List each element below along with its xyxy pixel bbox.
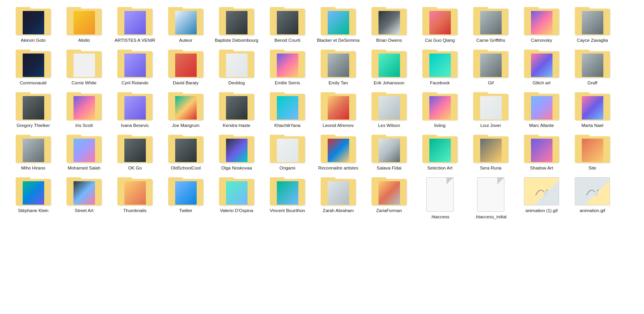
- list-item[interactable]: Twitter: [160, 174, 211, 223]
- list-item[interactable]: Shadow Art: [516, 132, 567, 174]
- svg-point-0: [544, 191, 547, 196]
- list-item[interactable]: Corrie White: [59, 46, 109, 89]
- folder-preview: [531, 139, 553, 162]
- list-item[interactable]: Street Art: [59, 174, 109, 223]
- list-item[interactable]: Iris Scott: [59, 89, 109, 132]
- folder-icon: [219, 50, 254, 78]
- list-item[interactable]: OldSchoolCool: [160, 132, 211, 174]
- list-item[interactable]: Benoit Courti: [262, 4, 313, 46]
- list-item[interactable]: .htaccess: [414, 174, 465, 223]
- list-item[interactable]: Vincent Bourilhon: [262, 174, 313, 223]
- list-item[interactable]: animation (1).gif: [516, 174, 567, 223]
- list-item[interactable]: ARTISTES A VENIR: [109, 4, 160, 46]
- file-icon: [426, 177, 454, 212]
- item-label: Sera Runa: [480, 165, 502, 171]
- folder-icon: [117, 135, 152, 163]
- list-item[interactable]: Joe Mangrum: [160, 89, 211, 132]
- folder-preview: [124, 181, 146, 205]
- folder-icon: [168, 92, 203, 120]
- item-label: Benoit Courti: [274, 37, 300, 43]
- list-item[interactable]: Brian Owens: [364, 4, 414, 46]
- list-item[interactable]: Cyril Rolando: [109, 46, 160, 89]
- list-item[interactable]: Glitch art: [516, 46, 567, 89]
- list-item[interactable]: Zarah Abraham: [313, 174, 364, 223]
- folder-icon: [66, 177, 102, 205]
- list-item[interactable]: Marc Allante: [516, 89, 567, 132]
- folder-icon: [575, 92, 610, 120]
- folder-preview: [480, 11, 502, 34]
- folder-icon: [371, 135, 407, 163]
- gif-icon: [575, 177, 610, 205]
- list-item[interactable]: Leonid Afremov: [313, 89, 364, 132]
- item-label: Zarah Abraham: [323, 208, 353, 214]
- list-item[interactable]: OK Go: [109, 132, 160, 174]
- list-item[interactable]: Selection Art: [414, 132, 465, 174]
- list-item[interactable]: Carne Griffiths: [465, 4, 516, 46]
- list-item[interactable]: .htaccess_initial: [465, 174, 516, 223]
- list-item[interactable]: ZariaForman: [364, 174, 414, 223]
- list-item[interactable]: Salava Fidai: [364, 132, 414, 174]
- list-item[interactable]: Erik Johansson: [364, 46, 414, 89]
- list-item[interactable]: Cayce Zavaglia: [567, 4, 618, 46]
- folder-preview: [531, 96, 553, 120]
- item-label: Street Art: [75, 208, 93, 214]
- list-item[interactable]: Miho Hirano: [8, 132, 59, 174]
- list-item[interactable]: Gregory Thielker: [8, 89, 59, 132]
- list-item[interactable]: Communauté: [8, 46, 59, 89]
- list-item[interactable]: Origami: [262, 132, 313, 174]
- list-item[interactable]: Site: [567, 132, 618, 174]
- list-item[interactable]: Emily Tan: [313, 46, 364, 89]
- item-label: Vincent Bourilhon: [270, 208, 305, 214]
- folder-preview: [277, 54, 298, 77]
- list-item[interactable]: Thumbnails: [109, 174, 160, 223]
- folder-icon: [524, 135, 559, 163]
- folder-icon: [422, 50, 457, 78]
- folder-preview: [74, 11, 95, 34]
- folder-preview: [429, 54, 451, 77]
- list-item[interactable]: Lex Wilson: [364, 89, 414, 132]
- list-item[interactable]: David Baraty: [160, 46, 211, 89]
- list-item[interactable]: Ivana Besevic: [109, 89, 160, 132]
- list-item[interactable]: KhachikYana: [262, 89, 313, 132]
- list-item[interactable]: Carnovsky: [516, 4, 567, 46]
- list-item[interactable]: Graff: [567, 46, 618, 89]
- list-item[interactable]: Cai Guo Qiang: [414, 4, 465, 46]
- gif-icon: [524, 177, 559, 205]
- list-item[interactable]: Gif: [465, 46, 516, 89]
- folder-icon: [168, 50, 203, 78]
- list-item[interactable]: Akinori Goto: [8, 4, 59, 46]
- folder-preview: [175, 11, 197, 34]
- list-item[interactable]: Blacker et DeSomma: [313, 4, 364, 46]
- list-item[interactable]: Loui Jover: [465, 89, 516, 132]
- list-item[interactable]: Sera Runa: [465, 132, 516, 174]
- list-item[interactable]: liviing: [414, 89, 465, 132]
- folder-preview: [23, 139, 44, 162]
- item-label: liviing: [434, 123, 446, 128]
- folder-icon: [321, 92, 356, 120]
- folder-preview: [480, 54, 502, 77]
- item-label: Cai Guo Qiang: [425, 37, 455, 43]
- list-item[interactable]: Stéphane Klein: [8, 174, 59, 223]
- folder-preview: [23, 181, 44, 205]
- list-item[interactable]: Facebook: [414, 46, 465, 89]
- item-label: animation (1).gif: [526, 208, 558, 214]
- item-label: Site: [588, 165, 596, 171]
- list-item[interactable]: Marta Nael: [567, 89, 618, 132]
- list-item[interactable]: Devblog: [211, 46, 262, 89]
- folder-icon: [117, 7, 152, 35]
- folder-preview: [277, 181, 298, 205]
- list-item[interactable]: Alisllo: [59, 4, 109, 46]
- item-label: Selection Art: [427, 165, 453, 171]
- list-item[interactable]: animation.gif: [567, 174, 618, 223]
- item-label: Emily Tan: [328, 80, 348, 86]
- list-item[interactable]: Mohamed Salah: [59, 132, 109, 174]
- list-item[interactable]: Olga Noskovaa: [211, 132, 262, 174]
- list-item[interactable]: Reconnaitre artistes: [313, 132, 364, 174]
- folder-icon: [16, 92, 51, 120]
- list-item[interactable]: Valerio D'Ospina: [211, 174, 262, 223]
- list-item[interactable]: Baptiste Debombourg: [211, 4, 262, 46]
- list-item[interactable]: Auteur: [160, 4, 211, 46]
- list-item[interactable]: Emilie Serris: [262, 46, 313, 89]
- item-label: Emilie Serris: [275, 80, 300, 86]
- list-item[interactable]: Kendra Haste: [211, 89, 262, 132]
